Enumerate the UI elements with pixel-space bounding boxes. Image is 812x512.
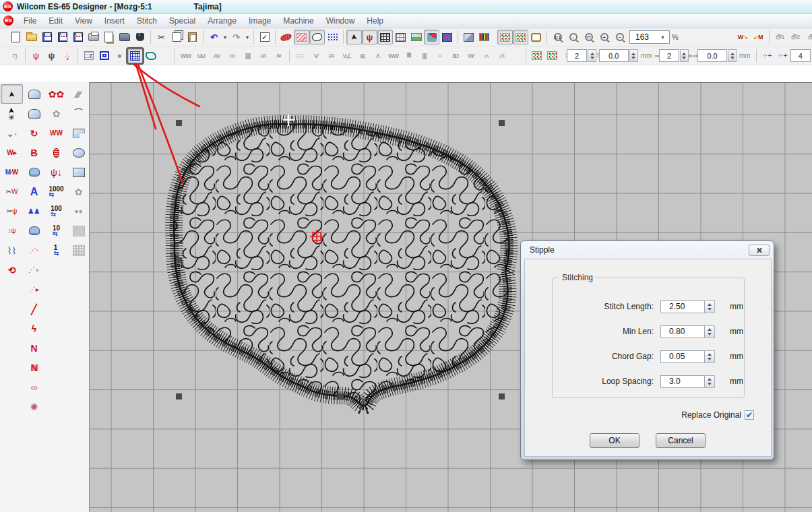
spin-down-icon[interactable]	[708, 308, 712, 311]
dialog-title-bar[interactable]: Stipple	[521, 241, 774, 259]
mirror-grid-b-button[interactable]	[544, 49, 560, 63]
hoop-layout-button[interactable]: ⊓̤	[7, 49, 22, 63]
selection-handle[interactable]	[499, 120, 505, 126]
dialog-close-button[interactable]	[749, 245, 770, 256]
spin-down-icon[interactable]	[730, 57, 735, 59]
min-len-input[interactable]: 0.80	[660, 325, 705, 338]
stitch-satin-button[interactable]: WW	[178, 49, 193, 63]
run-points-button[interactable]: ∴̻	[59, 49, 75, 63]
select-tool[interactable]: ➤	[1, 84, 23, 104]
auto-select-button[interactable]: ✓	[257, 30, 272, 44]
fill-3d-button[interactable]: 3D	[447, 49, 463, 63]
fill-slant-button[interactable]: V∕	[308, 49, 323, 63]
write-to-machine-button[interactable]: M	[70, 30, 86, 44]
pattern-stamp-button[interactable]: Z	[81, 49, 96, 63]
spin-up-icon[interactable]	[682, 53, 686, 55]
outline-view-button[interactable]	[309, 30, 325, 44]
spin-up-icon[interactable]	[730, 53, 735, 55]
spread-points-a-button[interactable]: ⁘+	[759, 49, 775, 63]
edge-value-box[interactable]: 4	[790, 49, 811, 62]
fill-bars-button[interactable]: ||||	[416, 49, 432, 63]
digitize-mode-button[interactable]	[424, 30, 439, 44]
zoom-box-button[interactable]: ▫	[565, 30, 581, 44]
menu-insert[interactable]: Insert	[98, 15, 131, 27]
measure-tool[interactable]: ↕ψ	[1, 221, 23, 241]
menu-file[interactable]: File	[18, 15, 42, 27]
loop-spacing-spinner[interactable]	[705, 375, 715, 388]
zoom-1to1-button[interactable]: 1:1	[550, 30, 565, 44]
penetrations-button[interactable]: ψ	[28, 49, 44, 63]
import-machine-file-button[interactable]: ↙M	[751, 30, 766, 44]
background-flower2-tool[interactable]: ✿	[67, 182, 90, 201]
buttonhole-tool[interactable]: ∞	[23, 377, 45, 397]
menu-stitch[interactable]: Stitch	[131, 15, 163, 27]
undo-button[interactable]: ↶	[206, 30, 222, 44]
ellipse-tool[interactable]	[67, 143, 90, 162]
satin-sample-button[interactable]	[278, 30, 294, 44]
texture-preview-tool[interactable]	[67, 221, 90, 241]
cut-needle-tool[interactable]: ✂ψ	[1, 201, 23, 221]
cancel-button[interactable]: Cancel	[656, 433, 706, 448]
fill-column-button[interactable]: ⫴⫴	[401, 49, 416, 63]
spin-down-icon[interactable]	[631, 57, 635, 59]
fill-cloud-open-button[interactable]: ⌓̈	[494, 49, 509, 63]
double-zigzag-tool[interactable]: N	[23, 358, 45, 377]
arc-tool[interactable]: ⌒	[67, 104, 90, 123]
slant-angle-tool[interactable]: ∕∕∕	[67, 84, 90, 104]
pointer-mode-button[interactable]: ➤	[346, 30, 362, 44]
spin-up-icon[interactable]	[708, 378, 712, 381]
polygon-select-tool[interactable]: ✳➤	[1, 104, 23, 123]
menu-image[interactable]: Image	[243, 15, 277, 27]
recent-design-3-button[interactable]: 🗗	[803, 30, 812, 44]
menu-view[interactable]: View	[69, 15, 98, 27]
recent-design-2-button[interactable]: 🗗2	[788, 30, 803, 44]
stitch-e-stitch-button[interactable]: UU	[193, 49, 209, 63]
underlay-length-value[interactable]: 0.0	[599, 49, 629, 62]
stitch-length-spinner[interactable]	[705, 300, 715, 313]
cap-frame-tool[interactable]	[23, 221, 45, 241]
show-picture-button[interactable]	[408, 30, 424, 44]
underlay-length-spinner[interactable]: 0.0	[599, 49, 638, 62]
hoop-button[interactable]	[528, 30, 544, 44]
artwork-button[interactable]: ✿	[439, 30, 455, 44]
open-button[interactable]	[24, 30, 39, 44]
stitch-10-tool[interactable]: 10	[45, 221, 67, 241]
triple-run-tool[interactable]: ⋰▸	[23, 280, 45, 299]
stitch-zigzag-button[interactable]: AV	[209, 49, 224, 63]
orientation-tool[interactable]: ⟲	[1, 260, 23, 280]
rotate-tool[interactable]: ↻	[23, 123, 45, 143]
menu-edit[interactable]: Edit	[42, 15, 69, 27]
redo-button[interactable]: ↷	[228, 30, 244, 44]
stitch-100-tool[interactable]: 100	[45, 201, 67, 221]
send-to-machine-button[interactable]	[117, 30, 132, 44]
menu-machine[interactable]: Machine	[277, 15, 319, 27]
stitch-motif-button[interactable]: m	[224, 49, 240, 63]
background-flower-tool[interactable]: ✿	[45, 104, 67, 123]
stitch-1000-tool[interactable]: 1000	[45, 182, 67, 201]
spin-up-icon[interactable]	[708, 328, 712, 331]
selection-handle[interactable]	[338, 393, 344, 399]
underlay-count-spinner[interactable]: 2	[567, 49, 596, 62]
stitch-player-button[interactable]	[513, 30, 528, 44]
stipple-fill-button[interactable]	[127, 49, 143, 63]
save-to-machine-button[interactable]: M	[55, 30, 70, 44]
binoculars-tool[interactable]: ●●	[67, 201, 90, 221]
grid-toggle-button[interactable]	[377, 30, 393, 44]
fill-dots-button[interactable]: ∷∷	[292, 49, 308, 63]
branching-tool[interactable]: ✿✿	[45, 84, 67, 104]
run-markers-tool[interactable]: ⋰∘	[23, 260, 45, 280]
spin-up-icon[interactable]	[590, 53, 594, 55]
zoom-out-button[interactable]: −	[612, 30, 627, 44]
filled-circle-button[interactable]: ●	[112, 49, 127, 63]
print-preview-button[interactable]	[101, 30, 117, 44]
closest-join-button[interactable]: ψ	[44, 49, 59, 63]
mirror-grid-a-button[interactable]	[529, 49, 544, 63]
spin-down-icon[interactable]	[590, 57, 594, 59]
undo-dropdown[interactable]: ▼	[222, 30, 228, 44]
layers-count-updown[interactable]	[680, 49, 689, 62]
rectangle-tool[interactable]	[67, 162, 90, 182]
layers-count-value[interactable]: 2	[659, 49, 679, 62]
stitch-program-split-button[interactable]: ##	[255, 49, 271, 63]
fan-stitch-tool[interactable]: ⌇⌇	[1, 241, 23, 260]
spin-down-icon[interactable]	[708, 383, 712, 385]
